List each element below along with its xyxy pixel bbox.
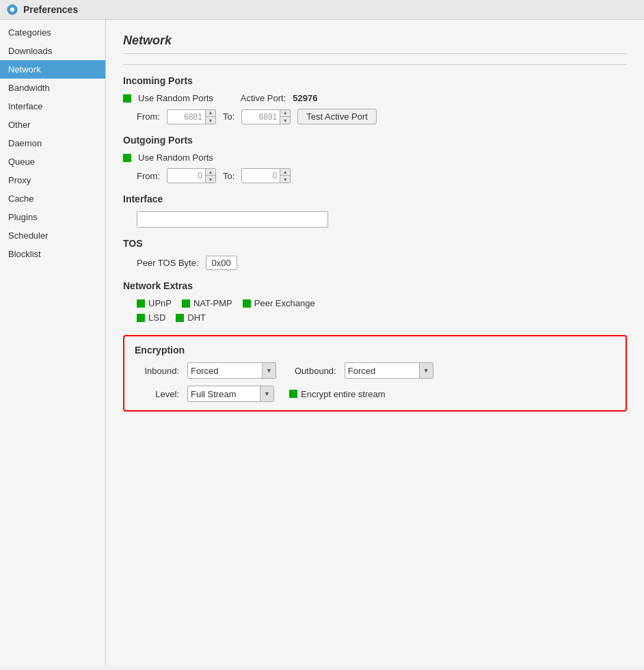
outgoing-from-label: From: bbox=[137, 171, 160, 181]
to-label: To: bbox=[223, 111, 234, 122]
lsd-indicator bbox=[137, 314, 145, 322]
interface-input[interactable] bbox=[137, 211, 328, 228]
outbound-dropdown[interactable]: Forced Enabled Disabled ▼ bbox=[345, 362, 433, 379]
from-input[interactable]: 6881 bbox=[167, 111, 205, 123]
sidebar-item-network[interactable]: Network bbox=[0, 60, 105, 79]
outbound-dropdown-arrow: ▼ bbox=[419, 363, 433, 378]
upnp-item: UPnP bbox=[137, 298, 172, 308]
sidebar-item-other[interactable]: Other bbox=[0, 116, 105, 134]
incoming-ports-title: Incoming Ports bbox=[123, 75, 627, 86]
incoming-port-range-row: From: 6881 ▲ ▼ To: 6891 ▲ ▼ Test Active … bbox=[137, 109, 627, 124]
natpmp-indicator bbox=[182, 299, 190, 308]
sidebar-item-downloads[interactable]: Downloads bbox=[0, 42, 105, 60]
level-label: Level: bbox=[135, 389, 179, 399]
test-active-port-button[interactable]: Test Active Port bbox=[297, 109, 377, 124]
active-port-label: Active Port: bbox=[241, 93, 286, 103]
outgoing-from-input[interactable]: 0 bbox=[167, 170, 205, 182]
outgoing-ports-title: Outgoing Ports bbox=[123, 135, 627, 146]
network-extras-row1: UPnP NAT-PMP Peer Exchange bbox=[137, 298, 627, 308]
interface-input-wrapper bbox=[137, 211, 627, 228]
from-spinbox-buttons: ▲ ▼ bbox=[205, 109, 215, 124]
from-up-btn[interactable]: ▲ bbox=[206, 109, 215, 117]
peer-exchange-label: Peer Exchange bbox=[254, 298, 315, 308]
peer-tos-label: Peer TOS Byte: bbox=[137, 258, 199, 268]
to-input[interactable]: 6891 bbox=[242, 111, 280, 123]
use-random-ports-indicator bbox=[123, 94, 131, 103]
interface-title: Interface bbox=[123, 193, 627, 204]
outgoing-random-ports-indicator bbox=[123, 154, 131, 162]
network-extras-row2: LSD DHT bbox=[137, 312, 627, 323]
encryption-title: Encryption bbox=[135, 345, 615, 356]
page-title: Network bbox=[123, 34, 627, 54]
content-area: Network Incoming Ports Use Random Ports … bbox=[106, 20, 644, 666]
inbound-label: Inbound: bbox=[135, 366, 179, 376]
network-extras-title: Network Extras bbox=[123, 280, 627, 291]
encrypt-stream-label: Encrypt entire stream bbox=[301, 389, 386, 399]
sidebar-item-cache[interactable]: Cache bbox=[0, 189, 105, 208]
outgoing-from-up-btn[interactable]: ▲ bbox=[206, 168, 215, 176]
outbound-label: Outbound: bbox=[295, 366, 336, 376]
outgoing-from-spinbox[interactable]: 0 ▲ ▼ bbox=[167, 168, 216, 183]
main-container: CategoriesDownloadsNetworkBandwidthInter… bbox=[0, 20, 644, 666]
level-dropdown-arrow: ▼ bbox=[260, 386, 273, 401]
sidebar-item-proxy[interactable]: Proxy bbox=[0, 171, 105, 189]
peer-exchange-indicator bbox=[243, 299, 251, 308]
natpmp-label: NAT-PMP bbox=[193, 298, 232, 308]
dht-label: DHT bbox=[187, 312, 206, 323]
outgoing-to-down-btn[interactable]: ▼ bbox=[280, 176, 290, 183]
use-random-ports-label: Use Random Ports bbox=[138, 93, 213, 103]
separator bbox=[123, 64, 627, 65]
sidebar-item-interface[interactable]: Interface bbox=[0, 97, 105, 116]
sidebar-item-categories[interactable]: Categories bbox=[0, 23, 105, 42]
use-random-ports-row: Use Random Ports Active Port: 52976 bbox=[123, 93, 627, 103]
outbound-select[interactable]: Forced Enabled Disabled bbox=[345, 366, 419, 376]
upnp-indicator bbox=[137, 299, 145, 308]
sidebar-item-scheduler[interactable]: Scheduler bbox=[0, 226, 105, 245]
outgoing-to-up-btn[interactable]: ▲ bbox=[280, 168, 290, 176]
lsd-item: LSD bbox=[137, 312, 165, 323]
level-dropdown[interactable]: Full Stream Handshake Only ▼ bbox=[187, 386, 274, 402]
outgoing-to-spinbox-buttons: ▲ ▼ bbox=[280, 168, 290, 183]
to-up-btn[interactable]: ▲ bbox=[280, 109, 290, 117]
peer-exchange-item: Peer Exchange bbox=[243, 298, 315, 308]
from-down-btn[interactable]: ▼ bbox=[206, 117, 215, 124]
sidebar: CategoriesDownloadsNetworkBandwidthInter… bbox=[0, 20, 106, 666]
upnp-label: UPnP bbox=[148, 298, 172, 308]
outgoing-to-input[interactable]: 0 bbox=[242, 170, 280, 182]
lsd-label: LSD bbox=[148, 312, 165, 323]
outgoing-to-spinbox[interactable]: 0 ▲ ▼ bbox=[241, 168, 291, 183]
encryption-level-row: Level: Full Stream Handshake Only ▼ Encr… bbox=[135, 386, 615, 402]
outgoing-from-spinbox-buttons: ▲ ▼ bbox=[205, 168, 215, 183]
sidebar-item-queue[interactable]: Queue bbox=[0, 152, 105, 171]
tos-row: Peer TOS Byte: 0x00 bbox=[137, 256, 627, 270]
tos-title: TOS bbox=[123, 238, 627, 249]
to-spinbox[interactable]: 6891 ▲ ▼ bbox=[241, 109, 291, 124]
title-bar: Preferences bbox=[0, 0, 644, 20]
app-icon bbox=[7, 4, 18, 15]
dht-indicator bbox=[176, 314, 184, 322]
sidebar-item-plugins[interactable]: Plugins bbox=[0, 208, 105, 226]
window-title: Preferences bbox=[23, 4, 78, 15]
inbound-select[interactable]: Forced Enabled Disabled bbox=[188, 366, 262, 376]
outgoing-to-label: To: bbox=[223, 171, 234, 181]
outgoing-random-ports-row: Use Random Ports bbox=[123, 152, 627, 163]
from-spinbox[interactable]: 6881 ▲ ▼ bbox=[167, 109, 216, 124]
natpmp-item: NAT-PMP bbox=[182, 298, 232, 308]
encrypt-stream-indicator bbox=[289, 390, 297, 398]
dht-item: DHT bbox=[176, 312, 206, 323]
active-port-value: 52976 bbox=[293, 93, 317, 103]
peer-tos-value: 0x00 bbox=[206, 256, 237, 270]
sidebar-item-bandwidth[interactable]: Bandwidth bbox=[0, 79, 105, 97]
inbound-dropdown[interactable]: Forced Enabled Disabled ▼ bbox=[187, 362, 276, 379]
from-label: From: bbox=[137, 111, 160, 122]
outgoing-from-down-btn[interactable]: ▼ bbox=[206, 176, 215, 183]
to-spinbox-buttons: ▲ ▼ bbox=[280, 109, 290, 124]
to-down-btn[interactable]: ▼ bbox=[280, 117, 290, 124]
level-select[interactable]: Full Stream Handshake Only bbox=[188, 389, 260, 399]
encryption-section: Encryption Inbound: Forced Enabled Disab… bbox=[123, 335, 627, 412]
encryption-inbound-row: Inbound: Forced Enabled Disabled ▼ Outbo… bbox=[135, 362, 615, 379]
outgoing-port-range-row: From: 0 ▲ ▼ To: 0 ▲ ▼ bbox=[137, 168, 627, 183]
sidebar-item-daemon[interactable]: Daemon bbox=[0, 134, 105, 152]
sidebar-item-blocklist[interactable]: Blocklist bbox=[0, 245, 105, 263]
inbound-dropdown-arrow: ▼ bbox=[262, 363, 276, 378]
